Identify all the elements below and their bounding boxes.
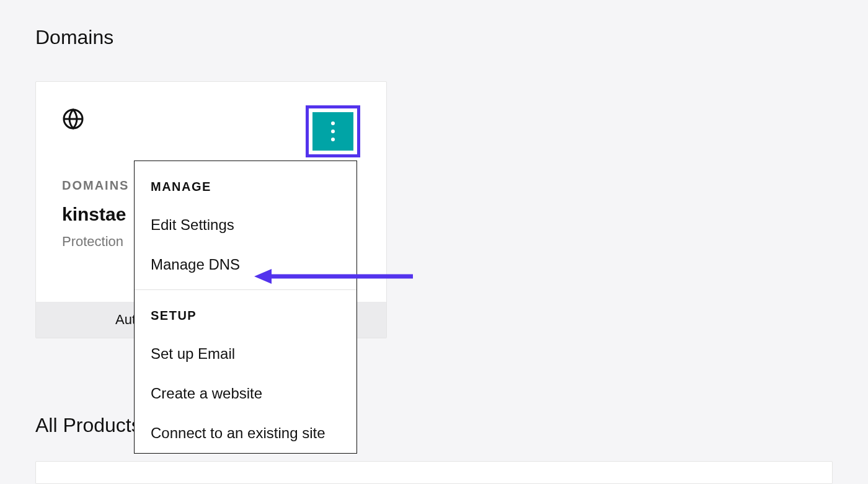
products-container (35, 461, 833, 484)
menu-item-connect-site[interactable]: Connect to an existing site (135, 413, 356, 453)
kebab-highlight-annotation (306, 105, 360, 157)
kebab-menu-button[interactable] (312, 112, 353, 151)
card-header (36, 82, 386, 157)
all-products-title: All Products (35, 414, 141, 437)
dropdown-menu: MANAGE Edit Settings Manage DNS SETUP Se… (134, 161, 357, 454)
globe-icon (62, 105, 84, 133)
page-title: Domains (0, 0, 868, 49)
kebab-dots-icon (331, 121, 335, 141)
menu-item-setup-email[interactable]: Set up Email (135, 334, 356, 374)
menu-item-manage-dns[interactable]: Manage DNS (135, 245, 356, 284)
menu-section-setup: SETUP (135, 290, 356, 334)
menu-section-manage: MANAGE (135, 161, 356, 205)
menu-item-edit-settings[interactable]: Edit Settings (135, 205, 356, 245)
menu-item-create-website[interactable]: Create a website (135, 374, 356, 413)
